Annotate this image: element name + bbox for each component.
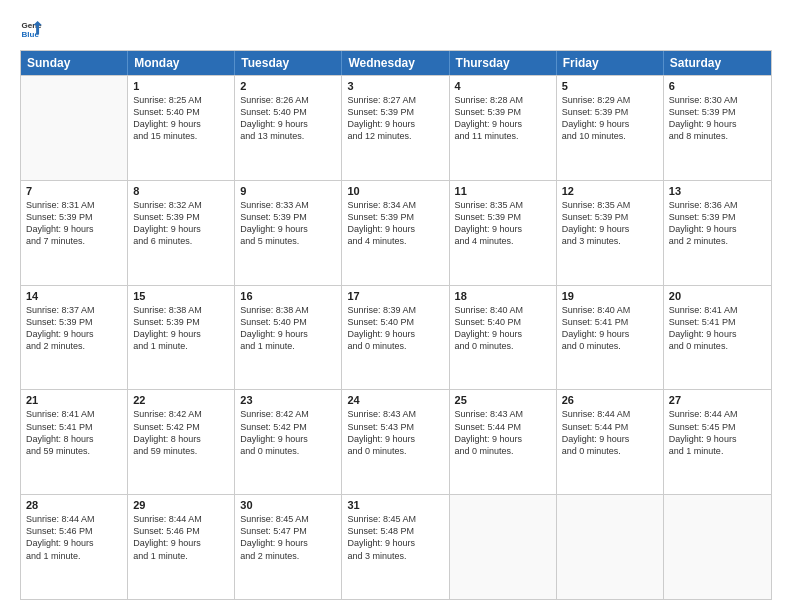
day-cell-31: 31Sunrise: 8:45 AMSunset: 5:48 PMDayligh… (342, 495, 449, 599)
day-cell-24: 24Sunrise: 8:43 AMSunset: 5:43 PMDayligh… (342, 390, 449, 494)
cell-line: Daylight: 9 hours (455, 433, 551, 445)
day-cell-29: 29Sunrise: 8:44 AMSunset: 5:46 PMDayligh… (128, 495, 235, 599)
cell-line: and 7 minutes. (26, 235, 122, 247)
cell-line: Sunset: 5:39 PM (455, 106, 551, 118)
cell-line: and 10 minutes. (562, 130, 658, 142)
day-cell-13: 13Sunrise: 8:36 AMSunset: 5:39 PMDayligh… (664, 181, 771, 285)
cell-line: Daylight: 9 hours (240, 223, 336, 235)
cell-line: and 2 minutes. (26, 340, 122, 352)
day-cell-20: 20Sunrise: 8:41 AMSunset: 5:41 PMDayligh… (664, 286, 771, 390)
cell-line: Sunrise: 8:44 AM (133, 513, 229, 525)
day-number: 16 (240, 290, 336, 302)
cell-line: Sunrise: 8:35 AM (455, 199, 551, 211)
cell-line: and 0 minutes. (347, 340, 443, 352)
day-cell-30: 30Sunrise: 8:45 AMSunset: 5:47 PMDayligh… (235, 495, 342, 599)
cell-line: and 6 minutes. (133, 235, 229, 247)
cell-line: Daylight: 9 hours (347, 433, 443, 445)
cell-line: Sunrise: 8:43 AM (347, 408, 443, 420)
cell-line: Sunrise: 8:43 AM (455, 408, 551, 420)
cell-line: Sunrise: 8:26 AM (240, 94, 336, 106)
cell-line: and 0 minutes. (240, 445, 336, 457)
cell-line: and 2 minutes. (669, 235, 766, 247)
cell-line: Sunset: 5:40 PM (455, 316, 551, 328)
cell-line: Sunrise: 8:44 AM (562, 408, 658, 420)
empty-cell-4-5 (557, 495, 664, 599)
day-cell-17: 17Sunrise: 8:39 AMSunset: 5:40 PMDayligh… (342, 286, 449, 390)
cell-line: Daylight: 9 hours (133, 223, 229, 235)
cell-line: Sunset: 5:39 PM (26, 316, 122, 328)
day-number: 31 (347, 499, 443, 511)
cell-line: and 4 minutes. (347, 235, 443, 247)
day-number: 25 (455, 394, 551, 406)
cell-line: Sunset: 5:41 PM (669, 316, 766, 328)
cell-line: Daylight: 9 hours (669, 118, 766, 130)
weekday-header-monday: Monday (128, 51, 235, 75)
cell-line: Daylight: 9 hours (455, 223, 551, 235)
cell-line: Sunset: 5:45 PM (669, 421, 766, 433)
day-cell-3: 3Sunrise: 8:27 AMSunset: 5:39 PMDaylight… (342, 76, 449, 180)
cell-line: Daylight: 9 hours (562, 328, 658, 340)
day-cell-5: 5Sunrise: 8:29 AMSunset: 5:39 PMDaylight… (557, 76, 664, 180)
cell-line: Sunrise: 8:28 AM (455, 94, 551, 106)
cell-line: Sunset: 5:44 PM (562, 421, 658, 433)
cell-line: and 4 minutes. (455, 235, 551, 247)
cell-line: and 1 minute. (26, 550, 122, 562)
cell-line: Sunrise: 8:44 AM (669, 408, 766, 420)
header: General Blue (20, 18, 772, 40)
cell-line: Sunset: 5:41 PM (26, 421, 122, 433)
day-number: 12 (562, 185, 658, 197)
cell-line: Daylight: 9 hours (347, 537, 443, 549)
day-number: 17 (347, 290, 443, 302)
cell-line: Sunset: 5:41 PM (562, 316, 658, 328)
cell-line: Sunrise: 8:35 AM (562, 199, 658, 211)
cell-line: Sunset: 5:39 PM (669, 211, 766, 223)
day-number: 28 (26, 499, 122, 511)
day-number: 30 (240, 499, 336, 511)
cell-line: and 15 minutes. (133, 130, 229, 142)
calendar-header: SundayMondayTuesdayWednesdayThursdayFrid… (21, 51, 771, 75)
day-cell-1: 1Sunrise: 8:25 AMSunset: 5:40 PMDaylight… (128, 76, 235, 180)
calendar-body: 1Sunrise: 8:25 AMSunset: 5:40 PMDaylight… (21, 75, 771, 599)
empty-cell-4-6 (664, 495, 771, 599)
cell-line: Daylight: 9 hours (240, 537, 336, 549)
day-cell-12: 12Sunrise: 8:35 AMSunset: 5:39 PMDayligh… (557, 181, 664, 285)
cell-line: Sunset: 5:46 PM (26, 525, 122, 537)
cell-line: Daylight: 9 hours (26, 223, 122, 235)
cell-line: Sunrise: 8:37 AM (26, 304, 122, 316)
day-number: 2 (240, 80, 336, 92)
cell-line: Daylight: 9 hours (347, 223, 443, 235)
day-cell-28: 28Sunrise: 8:44 AMSunset: 5:46 PMDayligh… (21, 495, 128, 599)
cell-line: Sunrise: 8:41 AM (26, 408, 122, 420)
cell-line: Sunset: 5:40 PM (347, 316, 443, 328)
cell-line: Daylight: 9 hours (455, 328, 551, 340)
cell-line: and 59 minutes. (26, 445, 122, 457)
cell-line: Daylight: 9 hours (347, 328, 443, 340)
cell-line: and 8 minutes. (669, 130, 766, 142)
weekday-header-thursday: Thursday (450, 51, 557, 75)
day-number: 20 (669, 290, 766, 302)
cell-line: Sunrise: 8:39 AM (347, 304, 443, 316)
day-cell-14: 14Sunrise: 8:37 AMSunset: 5:39 PMDayligh… (21, 286, 128, 390)
day-number: 14 (26, 290, 122, 302)
cell-line: and 11 minutes. (455, 130, 551, 142)
day-cell-4: 4Sunrise: 8:28 AMSunset: 5:39 PMDaylight… (450, 76, 557, 180)
cell-line: Daylight: 9 hours (562, 433, 658, 445)
day-number: 4 (455, 80, 551, 92)
weekday-header-saturday: Saturday (664, 51, 771, 75)
cell-line: Sunset: 5:39 PM (455, 211, 551, 223)
cell-line: Sunrise: 8:44 AM (26, 513, 122, 525)
cell-line: and 0 minutes. (455, 340, 551, 352)
cell-line: and 0 minutes. (562, 340, 658, 352)
day-cell-27: 27Sunrise: 8:44 AMSunset: 5:45 PMDayligh… (664, 390, 771, 494)
calendar-row-1: 1Sunrise: 8:25 AMSunset: 5:40 PMDaylight… (21, 75, 771, 180)
empty-cell-0-0 (21, 76, 128, 180)
cell-line: Sunset: 5:39 PM (133, 316, 229, 328)
day-cell-26: 26Sunrise: 8:44 AMSunset: 5:44 PMDayligh… (557, 390, 664, 494)
cell-line: Sunrise: 8:38 AM (240, 304, 336, 316)
cell-line: Sunrise: 8:31 AM (26, 199, 122, 211)
cell-line: Daylight: 9 hours (562, 118, 658, 130)
day-number: 13 (669, 185, 766, 197)
cell-line: Sunset: 5:48 PM (347, 525, 443, 537)
day-cell-7: 7Sunrise: 8:31 AMSunset: 5:39 PMDaylight… (21, 181, 128, 285)
cell-line: Daylight: 9 hours (240, 118, 336, 130)
